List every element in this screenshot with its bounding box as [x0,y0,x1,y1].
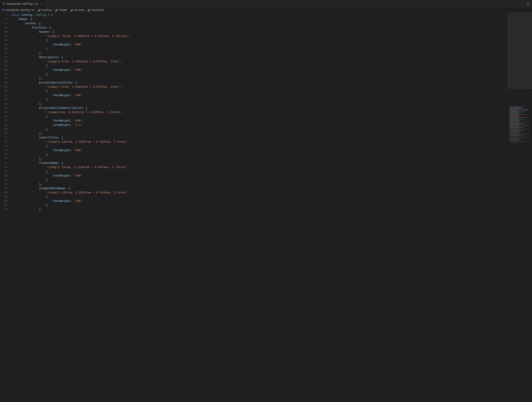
svg-rect-33 [509,136,521,136]
editor-container: 3const config: Config = {5 theme: {27 ex… [0,13,532,399]
line-content: { [11,89,507,93]
line-number: 52 [0,55,11,59]
svg-rect-7 [509,113,518,113]
table-row: 58 projectSectionTitle: [ [0,80,507,85]
table-row: 79 { [0,169,507,174]
svg-rect-22 [509,126,518,126]
line-content: ], [11,102,507,106]
line-number: 61 [0,93,11,98]
line-number: 38 [0,26,11,30]
tab-close-button[interactable]: × [39,2,43,6]
svg-rect-39 [509,141,530,142]
line-number: 78 [0,165,11,169]
svg-rect-32 [509,135,525,135]
line-number: 80 [0,174,11,178]
line-content: header: [ [11,30,507,34]
breadcrumb-ts-badge: TS [2,9,5,12]
svg-rect-8 [509,113,521,114]
svg-rect-9 [509,114,530,115]
table-row: 61 fontWeight: '300' [0,93,507,98]
line-content: projectSectionTitle: [ [11,80,507,85]
svg-rect-24 [509,128,521,128]
line-content: ], [11,131,507,136]
line-content: fontSize: { [11,26,507,30]
svg-rect-19 [509,123,525,124]
line-content: fontWeight: '300' [11,93,507,98]
line-number: 50 [0,47,11,51]
svg-rect-2 [509,108,523,109]
line-number: 71 [0,136,11,140]
table-row: 67 fontWeight: '200', [0,119,507,123]
line-content: extend: { [11,21,507,26]
svg-rect-26 [509,130,518,130]
svg-rect-16 [509,121,521,121]
tab-filename: tailwind.config.ts [6,2,38,6]
table-row: 38 fontSize: { [0,26,507,30]
breadcrumb-icon2: 🔗 [55,9,58,12]
code-area: 3const config: Config = {5 theme: {27 ex… [0,13,507,212]
table-row: 62 } [0,98,507,102]
line-content: } [11,98,507,102]
line-number: 27 [0,21,11,26]
line-number: 56 [0,72,11,76]
table-row: 3const config: Config = { [0,13,507,17]
breadcrumb-file[interactable]: tailwind.config.ts [6,9,35,12]
line-number: 73 [0,144,11,148]
line-number: 51 [0,51,11,55]
table-row: 70 ], [0,131,507,136]
line-content: { [11,114,507,119]
breadcrumb-fontsize[interactable]: fontSize [91,9,104,12]
line-content: ], [11,182,507,186]
table-row: 84 'clamp(1.125rem, 1.0263rem + 0.4934vw… [0,191,507,195]
table-row: 72 'clamp(1.125rem, 1.0263rem + 0.4934vw… [0,140,507,144]
svg-rect-6 [509,112,525,112]
ts-badge: TS [2,2,5,5]
table-row: 83 studentNickName: [ [0,186,507,191]
line-content: fontWeight: '400' [11,43,507,47]
table-row: 5 theme: { [0,17,507,21]
svg-rect-0 [509,106,525,107]
table-row: 77 studentName: [ [0,161,507,165]
editor-main[interactable]: 3const config: Config = {5 theme: {27 ex… [0,13,507,399]
line-number: 68 [0,123,11,127]
line-content: studentNickName: [ [11,186,507,191]
table-row: 60 { [0,89,507,93]
minimap-viewport[interactable] [508,13,532,89]
line-content: } [11,127,507,131]
line-number: 48 [0,38,11,43]
svg-rect-25 [509,129,530,129]
line-content: { [11,195,507,199]
table-row: 54 { [0,64,507,68]
table-row: 56 } [0,72,507,76]
svg-rect-31 [509,134,518,135]
line-number: 59 [0,85,11,89]
breadcrumb-extend[interactable]: extend [74,9,84,12]
table-row: 71 cohortTitle: [ [0,136,507,140]
line-content: 'clamp(1.25rem, 1.1184rem + 0.6579vw, 1.… [11,165,507,169]
line-number: 81 [0,178,11,182]
table-row: 51 ], [0,51,507,55]
svg-rect-35 [509,137,518,138]
svg-rect-10 [509,115,518,116]
table-row: 66 { [0,114,507,119]
svg-rect-27 [509,130,525,131]
line-content: { [11,144,507,148]
svg-rect-21 [509,125,530,125]
breadcrumb-config[interactable]: config [42,9,51,12]
table-row: 73 { [0,144,507,148]
table-row: 65 'clamp(1rem, 0.9342rem + 0.3289vw, 1.… [0,110,507,114]
line-content: { [11,38,507,43]
breadcrumb-theme[interactable]: theme [59,9,67,12]
svg-rect-36 [509,138,525,139]
table-row: 82 ], [0,182,507,186]
minimap: 1 : 1 [507,13,532,399]
line-number: 72 [0,140,11,144]
svg-rect-15 [509,120,518,120]
tab-tailwind-config[interactable]: TS tailwind.config.ts × [0,0,45,8]
line-number: 83 [0,186,11,191]
split-editor-button[interactable]: ⊞ [526,1,530,6]
breadcrumb-icon3: 🔗 [70,9,74,12]
svg-rect-13 [509,118,518,118]
line-content: } [11,47,507,51]
line-number: 65 [0,110,11,114]
